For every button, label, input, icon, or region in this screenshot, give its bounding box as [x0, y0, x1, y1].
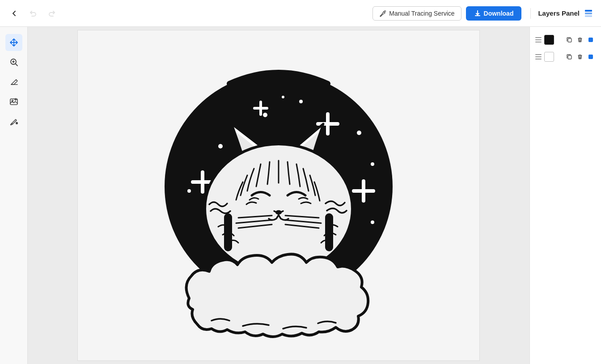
header-left: [7, 6, 59, 21]
left-toolbar: [0, 27, 28, 364]
svg-rect-1: [585, 10, 592, 12]
svg-rect-33: [325, 213, 333, 251]
svg-rect-36: [568, 55, 571, 59]
header-center: Manual Tracing Service Download: [64, 6, 521, 21]
svg-point-25: [371, 162, 374, 166]
right-layers-panel: [529, 27, 601, 364]
layer-row-2: [533, 49, 597, 64]
svg-point-19: [357, 131, 361, 135]
download-button[interactable]: Download: [466, 6, 522, 21]
canvas-background: [77, 30, 480, 361]
layers-panel-icon: [583, 8, 594, 19]
download-label: Download: [484, 10, 514, 17]
svg-point-6: [12, 100, 13, 102]
manual-tracing-label: Manual Tracing Service: [389, 10, 454, 17]
svg-point-26: [371, 220, 374, 224]
svg-point-29: [187, 189, 191, 193]
layer-info-button-1[interactable]: [586, 35, 596, 45]
svg-rect-35: [588, 38, 593, 42]
layer-copy-button-1[interactable]: [564, 35, 574, 45]
header: Manual Tracing Service Download Layers P…: [0, 0, 601, 27]
artwork: [113, 34, 444, 356]
layer-color-swatch-2[interactable]: [544, 52, 554, 62]
layer-actions-1: [564, 35, 596, 45]
layer-delete-button-1[interactable]: [575, 35, 585, 45]
layer-row-1: [533, 32, 597, 47]
svg-point-18: [299, 100, 303, 103]
layers-panel-header: Layers Panel: [530, 8, 594, 19]
layer-color-swatch-1[interactable]: [544, 35, 554, 45]
svg-point-17: [263, 113, 267, 117]
svg-point-20: [218, 144, 223, 148]
svg-rect-37: [588, 55, 593, 59]
back-button[interactable]: [7, 6, 21, 21]
layer-actions-2: [564, 52, 596, 62]
svg-rect-32: [224, 213, 232, 251]
svg-rect-3: [585, 15, 592, 17]
layer-info-button-2[interactable]: [586, 52, 596, 62]
move-tool-button[interactable]: [5, 34, 22, 51]
layer-copy-button-2[interactable]: [564, 52, 574, 62]
main-area: [0, 27, 601, 364]
drag-handle-2[interactable]: [535, 54, 542, 59]
zoom-in-tool-button[interactable]: [5, 54, 22, 71]
layers-panel-label: Layers Panel: [538, 9, 580, 17]
svg-rect-34: [568, 38, 571, 42]
svg-rect-2: [585, 13, 592, 14]
drag-handle-1[interactable]: [535, 37, 542, 42]
image-tool-button[interactable]: [5, 93, 22, 110]
undo-button[interactable]: [26, 6, 40, 21]
canvas-area: [28, 27, 529, 364]
erase-tool-button[interactable]: [5, 73, 22, 90]
fill-tool-button[interactable]: [5, 113, 22, 130]
svg-point-0: [385, 10, 386, 12]
manual-tracing-button[interactable]: Manual Tracing Service: [372, 6, 461, 21]
svg-point-31: [275, 210, 282, 215]
layer-delete-button-2[interactable]: [575, 52, 585, 62]
svg-point-27: [282, 96, 284, 98]
redo-button[interactable]: [45, 6, 59, 21]
